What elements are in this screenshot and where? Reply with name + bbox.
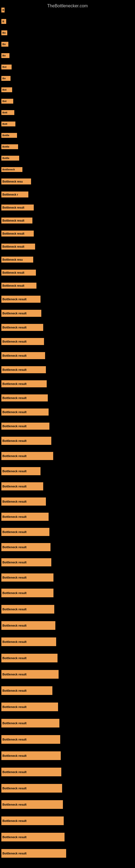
- bar-label-45: Bottleneck result: [1, 589, 53, 597]
- bar-label-51: Bottleneck result: [1, 686, 52, 695]
- bar-label-22: Bottleneck resu: [1, 257, 33, 262]
- bar-item-39: Bottleneck result: [1, 497, 46, 506]
- bar-item-31: Bottleneck result: [1, 380, 47, 388]
- bar-item-9: Bot: [1, 99, 13, 104]
- bar-label-11: Bott: [1, 122, 15, 126]
- bar-label-56: Bottleneck result: [1, 768, 61, 776]
- bar-item-5: Bo: [1, 53, 9, 58]
- bar-label-55: Bottleneck result: [1, 751, 61, 760]
- bar-item-14: Bottle: [1, 156, 19, 161]
- bar-label-5: Bo: [1, 53, 9, 58]
- bar-label-42: Bottleneck result: [1, 543, 50, 551]
- bar-label-54: Bottleneck result: [1, 735, 60, 744]
- bar-item-24: Bottleneck result: [1, 283, 37, 289]
- bar-label-43: Bottleneck result: [1, 558, 51, 566]
- bar-label-24: Bottleneck result: [1, 283, 37, 289]
- bar-label-27: Bottleneck result: [1, 324, 43, 331]
- bar-item-10: Bott: [1, 110, 14, 115]
- bar-item-41: Bottleneck result: [1, 528, 49, 536]
- bar-item-51: Bottleneck result: [1, 686, 52, 695]
- bar-item-38: Bottleneck result: [1, 482, 43, 490]
- bar-label-26: Bottleneck result: [1, 310, 41, 317]
- bar-label-16: Bottleneck resu: [1, 179, 31, 184]
- bar-label-8: Bot: [1, 87, 12, 92]
- bar-item-32: Bottleneck result: [1, 394, 48, 401]
- bar-item-26: Bottleneck result: [1, 310, 41, 317]
- bar-label-40: Bottleneck result: [1, 513, 49, 521]
- bar-item-11: Bott: [1, 122, 15, 126]
- bar-label-6: Bot: [1, 65, 12, 69]
- bar-label-13: Bottle: [1, 144, 18, 149]
- bar-label-34: Bottleneck result: [1, 423, 49, 430]
- bar-label-20: Bottleneck result: [1, 230, 34, 237]
- bar-item-43: Bottleneck result: [1, 558, 51, 566]
- bar-label-25: Bottleneck result: [1, 296, 41, 303]
- bar-label-41: Bottleneck result: [1, 528, 49, 536]
- bar-label-36: Bottleneck result: [1, 452, 53, 460]
- bar-label-39: Bottleneck result: [1, 497, 46, 506]
- bar-item-53: Bottleneck result: [1, 719, 59, 727]
- site-title: TheBottlenecker.com: [0, 1, 135, 10]
- bar-item-23: Bottleneck result: [1, 270, 36, 276]
- bar-label-57: Bottleneck result: [1, 784, 62, 793]
- bar-label-3: Bo: [1, 30, 7, 35]
- bar-item-21: Bottleneck result: [1, 244, 35, 250]
- bar-item-34: Bottleneck result: [1, 423, 49, 430]
- bar-item-60: Bottleneck result: [1, 833, 64, 841]
- bar-item-30: Bottleneck result: [1, 366, 46, 373]
- bar-item-57: Bottleneck result: [1, 784, 62, 793]
- bar-item-15: Bottleneck: [1, 167, 22, 172]
- bar-label-53: Bottleneck result: [1, 719, 59, 727]
- bar-item-29: Bottleneck result: [1, 352, 45, 359]
- bar-item-52: Bottleneck result: [1, 703, 58, 711]
- bar-item-45: Bottleneck result: [1, 589, 53, 597]
- bar-item-37: Bottleneck result: [1, 467, 41, 475]
- bar-item-3: Bo: [1, 30, 7, 35]
- bar-item-35: Bottleneck result: [1, 437, 51, 445]
- bar-label-23: Bottleneck result: [1, 270, 36, 276]
- bar-item-2: B: [1, 19, 6, 24]
- bar-item-50: Bottleneck result: [1, 670, 58, 679]
- bar-label-18: Bottleneck result: [1, 205, 34, 211]
- bar-item-46: Bottleneck result: [1, 605, 54, 614]
- bar-item-36: Bottleneck result: [1, 452, 53, 460]
- bar-item-7: Bo: [1, 76, 10, 81]
- bar-label-35: Bottleneck result: [1, 437, 51, 445]
- bar-label-14: Bottle: [1, 156, 19, 161]
- bar-label-19: Bottleneck result: [1, 218, 32, 223]
- bar-label-9: Bot: [1, 99, 13, 104]
- bar-item-55: Bottleneck result: [1, 751, 61, 760]
- bar-item-47: Bottleneck result: [1, 621, 55, 630]
- bar-label-7: Bo: [1, 76, 10, 81]
- bar-item-44: Bottleneck result: [1, 574, 53, 582]
- bar-item-17: Bottleneck r: [1, 191, 28, 197]
- bar-item-48: Bottleneck result: [1, 638, 56, 646]
- bar-item-49: Bottleneck result: [1, 654, 57, 662]
- bar-item-25: Bottleneck result: [1, 296, 41, 303]
- bar-label-28: Bottleneck result: [1, 338, 44, 345]
- bar-item-40: Bottleneck result: [1, 513, 49, 521]
- bar-label-52: Bottleneck result: [1, 703, 58, 711]
- bar-item-62: Bottleneck result: [1, 849, 66, 858]
- bar-label-17: Bottleneck r: [1, 191, 28, 197]
- bar-label-62: Bottleneck result: [1, 849, 66, 858]
- bar-item-54: Bottleneck result: [1, 735, 60, 744]
- bar-label-31: Bottleneck result: [1, 380, 47, 388]
- bar-label-10: Bott: [1, 110, 14, 115]
- bar-item-12: Bottle: [1, 133, 17, 138]
- bar-item-27: Bottleneck result: [1, 324, 43, 331]
- bar-item-20: Bottleneck result: [1, 230, 34, 237]
- bar-label-12: Bottle: [1, 133, 17, 138]
- bar-label-49: Bottleneck result: [1, 654, 57, 662]
- bar-label-30: Bottleneck result: [1, 366, 46, 373]
- bar-label-2: B: [1, 19, 6, 24]
- bar-label-21: Bottleneck result: [1, 244, 35, 250]
- bar-label-38: Bottleneck result: [1, 482, 43, 490]
- bar-item-28: Bottleneck result: [1, 338, 44, 345]
- bar-label-48: Bottleneck result: [1, 638, 56, 646]
- bar-label-29: Bottleneck result: [1, 352, 45, 359]
- bar-label-33: Bottleneck result: [1, 408, 49, 415]
- bar-item-16: Bottleneck resu: [1, 179, 31, 184]
- bar-label-47: Bottleneck result: [1, 621, 55, 630]
- bar-label-44: Bottleneck result: [1, 574, 53, 582]
